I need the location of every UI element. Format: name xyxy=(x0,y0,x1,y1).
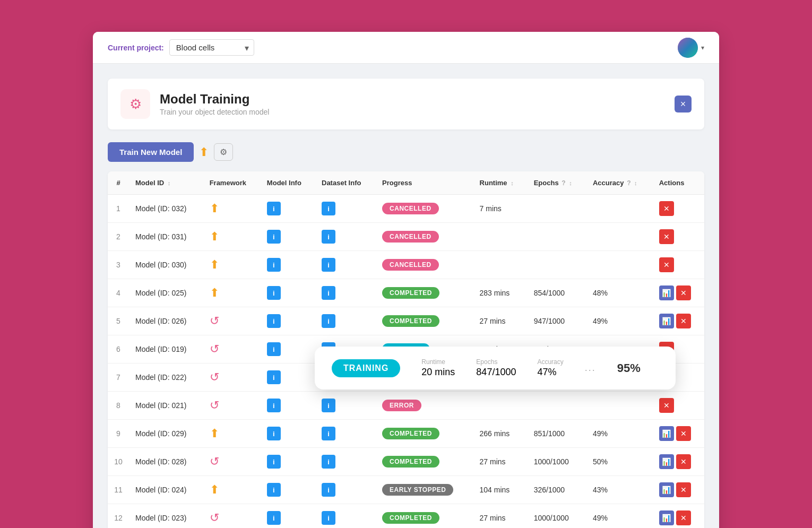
delete-button[interactable]: ✕ xyxy=(676,426,691,441)
cell-runtime xyxy=(473,223,528,251)
dataset-info-button[interactable]: i xyxy=(322,483,335,497)
toolbar: Train New Model ⬆ ⚙ xyxy=(108,142,704,162)
cell-dataset-info: i xyxy=(315,420,376,448)
model-info-button[interactable]: i xyxy=(267,342,281,356)
col-model-id[interactable]: Model ID ↕ xyxy=(129,171,203,195)
cell-progress: COMPLETED xyxy=(376,504,473,529)
model-info-button[interactable]: i xyxy=(267,483,281,497)
cell-accuracy: 49% xyxy=(586,420,653,448)
table-row: 5 Model (ID: 026) ↺ i i COMPLETED 27 min… xyxy=(108,307,704,335)
framework-icon: ⬆ xyxy=(210,258,219,271)
delete-button[interactable]: ✕ xyxy=(676,482,691,497)
cell-accuracy: 48% xyxy=(586,279,653,307)
delete-button[interactable]: ✕ xyxy=(659,229,674,244)
cell-progress: CANCELLED xyxy=(376,251,473,279)
framework-icon: ⬆ xyxy=(210,286,219,299)
chart-button[interactable]: 📊 xyxy=(659,482,674,497)
tooltip-runtime: Runtime 20 mins xyxy=(421,358,455,378)
dataset-info-button[interactable]: i xyxy=(322,427,335,440)
col-model-info: Model Info xyxy=(261,171,315,195)
col-accuracy[interactable]: Accuracy ? ↕ xyxy=(586,171,653,195)
col-num: # xyxy=(108,171,129,195)
cell-num: 6 xyxy=(108,335,129,363)
cell-num: 9 xyxy=(108,420,129,448)
col-epochs[interactable]: Epochs ? ↕ xyxy=(528,171,586,195)
cell-dataset-info: i xyxy=(315,251,376,279)
delete-button[interactable]: ✕ xyxy=(676,510,691,525)
framework-icon: ↺ xyxy=(210,399,219,412)
dataset-info-button[interactable]: i xyxy=(322,286,335,300)
cell-accuracy xyxy=(586,392,653,420)
model-info-button[interactable]: i xyxy=(267,455,281,469)
chart-button[interactable]: 📊 xyxy=(659,426,674,441)
cell-epochs xyxy=(528,223,586,251)
dataset-info-button[interactable]: i xyxy=(322,455,335,469)
dataset-info-button[interactable]: i xyxy=(322,230,335,244)
cell-num: 8 xyxy=(108,392,129,420)
model-info-button[interactable]: i xyxy=(267,230,281,244)
progress-badge: CANCELLED xyxy=(382,231,439,243)
cell-epochs: 326/1000 xyxy=(528,476,586,504)
delete-button[interactable]: ✕ xyxy=(659,257,674,272)
dataset-info-button[interactable]: i xyxy=(322,258,335,272)
chart-button[interactable]: 📊 xyxy=(659,314,674,328)
cell-runtime: 283 mins xyxy=(473,279,528,307)
model-info-button[interactable]: i xyxy=(267,399,281,412)
chevron-down-icon[interactable]: ▾ xyxy=(701,44,704,51)
cell-model-info: i xyxy=(261,392,315,420)
cell-runtime xyxy=(473,392,528,420)
model-info-button[interactable]: i xyxy=(267,427,281,440)
model-info-button[interactable]: i xyxy=(267,370,281,384)
cell-model-id: Model (ID: 023) xyxy=(129,504,203,529)
cell-framework: ↺ xyxy=(203,363,261,392)
cell-model-info: i xyxy=(261,476,315,504)
table-row: 10 Model (ID: 028) ↺ i i COMPLETED 27 mi… xyxy=(108,448,704,476)
cell-num: 7 xyxy=(108,363,129,392)
dataset-info-button[interactable]: i xyxy=(322,511,335,525)
cell-model-id: Model (ID: 028) xyxy=(129,448,203,476)
delete-button[interactable]: ✕ xyxy=(676,285,691,300)
settings-button[interactable]: ⚙ xyxy=(214,143,233,161)
tooltip-extra-percent: 95% xyxy=(617,361,641,375)
progress-badge: EARLY STOPPED xyxy=(382,484,453,496)
delete-button[interactable]: ✕ xyxy=(676,314,691,328)
cell-framework: ⬆ xyxy=(203,223,261,251)
dataset-info-button[interactable]: i xyxy=(322,314,335,328)
delete-button[interactable]: ✕ xyxy=(676,454,691,469)
chart-button[interactable]: 📊 xyxy=(659,510,674,525)
dataset-info-button[interactable]: i xyxy=(322,399,335,412)
upload-button[interactable]: ⬆ xyxy=(199,145,209,159)
avatar[interactable] xyxy=(678,38,698,58)
dataset-info-button[interactable]: i xyxy=(322,202,335,215)
model-info-button[interactable]: i xyxy=(267,314,281,328)
cell-accuracy: 50% xyxy=(586,448,653,476)
project-select-wrapper[interactable]: Blood cells xyxy=(169,39,254,56)
cell-progress: EARLY STOPPED xyxy=(376,476,473,504)
framework-icon: ⬆ xyxy=(210,427,219,440)
progress-badge: COMPLETED xyxy=(382,428,439,439)
delete-button[interactable]: ✕ xyxy=(659,201,674,216)
cell-framework: ↺ xyxy=(203,504,261,529)
title-card-left: ⚙ Model Training Train your object detec… xyxy=(120,89,269,119)
chart-button[interactable]: 📊 xyxy=(659,285,674,300)
close-button[interactable]: × xyxy=(675,96,692,112)
project-select[interactable]: Blood cells xyxy=(169,39,254,56)
cell-epochs xyxy=(528,251,586,279)
model-info-button[interactable]: i xyxy=(267,286,281,300)
model-info-button[interactable]: i xyxy=(267,258,281,272)
model-info-button[interactable]: i xyxy=(267,202,281,215)
cell-actions: 📊 ✕ xyxy=(653,279,704,307)
delete-button[interactable]: ✕ xyxy=(659,398,674,413)
table-header-row: # Model ID ↕ Framework Model Info Datase… xyxy=(108,171,704,195)
table-row: 12 Model (ID: 023) ↺ i i COMPLETED 27 mi… xyxy=(108,504,704,529)
chart-button[interactable]: 📊 xyxy=(659,454,674,469)
cell-epochs: 854/1000 xyxy=(528,279,586,307)
cell-accuracy: 43% xyxy=(586,476,653,504)
col-runtime[interactable]: Runtime ↕ xyxy=(473,171,528,195)
progress-badge: CANCELLED xyxy=(382,203,439,214)
model-info-button[interactable]: i xyxy=(267,511,281,525)
train-new-model-button[interactable]: Train New Model xyxy=(108,142,194,162)
cell-epochs: 851/1000 xyxy=(528,420,586,448)
tooltip-ellipsis: ... xyxy=(585,362,596,374)
cell-runtime: 7 mins xyxy=(473,195,528,223)
